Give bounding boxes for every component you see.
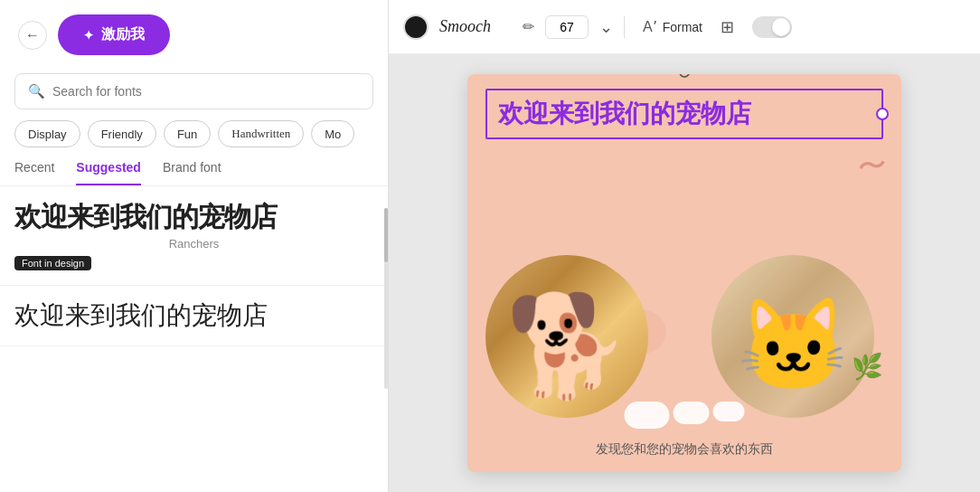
font-name-display: Smooch <box>439 17 512 36</box>
font-tabs: Recent Suggested Brand font <box>0 160 388 186</box>
filter-tag-fun[interactable]: Fun <box>164 120 211 147</box>
canvas-main-text: 欢迎来到我们的宠物店 <box>498 98 871 130</box>
format-icon: Aʼ <box>643 18 657 35</box>
grid-view-icon[interactable]: ⊞ <box>721 17 734 37</box>
font-size-chevron[interactable]: ⌄ <box>599 17 613 37</box>
font-preview-second: 欢迎来到我们的宠物店 <box>14 300 373 331</box>
cloud-2 <box>674 402 710 424</box>
filter-tag-handwritten[interactable]: Handwritten <box>218 120 304 147</box>
toggle-button[interactable] <box>752 16 792 38</box>
font-item-second[interactable]: 欢迎来到我们的宠物店 <box>0 286 388 346</box>
search-icon: 🔍 <box>28 83 45 99</box>
scrollbar-track <box>384 208 388 389</box>
cloud-3 <box>713 402 745 421</box>
scrollbar-thumb[interactable] <box>384 208 388 262</box>
design-canvas: 欢迎来到我们的宠物店 ↺ 〜 🐕 🐱 🌿 <box>467 74 901 472</box>
font-size-input[interactable] <box>545 15 589 39</box>
top-bar: ← 激励我 ☞ <box>0 0 388 70</box>
rotate-handle[interactable]: ↺ <box>677 74 693 83</box>
cloud-1 <box>625 402 670 429</box>
deco-squiggle: 〜 <box>854 145 890 189</box>
toggle-thumb <box>772 18 790 36</box>
deco-leaf: 🌿 <box>852 352 883 382</box>
canvas-area: 欢迎来到我们的宠物店 ↺ 〜 🐕 🐱 🌿 <box>389 54 980 492</box>
font-name-ranchers: Ranchers <box>14 237 373 251</box>
format-button[interactable]: Aʼ Format <box>636 14 710 39</box>
tab-suggested[interactable]: Suggested <box>76 160 141 185</box>
back-button[interactable]: ← <box>18 21 47 50</box>
pet-dog-circle: 🐕 <box>485 255 648 418</box>
font-in-design-badge: Font in design <box>14 256 91 270</box>
dog-image: 🐕 <box>505 288 629 404</box>
filter-tag-display[interactable]: Display <box>14 120 80 147</box>
filter-tags: Display Friendly Fun Handwritten Mo <box>0 120 388 160</box>
cat-image: 🐱 <box>737 292 850 399</box>
format-label: Format <box>663 20 702 34</box>
right-panel: Smooch ✏ ⌄ Aʼ Format ⊞ 欢迎来到我们的宠物店 ↺ 〜 <box>389 0 980 492</box>
selected-text-box[interactable]: 欢迎来到我们的宠物店 ↺ <box>485 89 883 139</box>
inspire-button[interactable]: 激励我 ☞ <box>58 14 170 55</box>
font-item-ranchers[interactable]: 欢迎来到我们的宠物店 Ranchers Font in design <box>0 186 388 286</box>
tab-recent[interactable]: Recent <box>14 160 54 185</box>
text-color-picker[interactable] <box>403 14 429 40</box>
canvas-bottom-text: 发现您和您的宠物会喜欢的东西 <box>467 441 901 458</box>
pet-cat-circle: 🐱 <box>711 255 874 418</box>
deco-clouds <box>625 402 745 429</box>
filter-tag-more[interactable]: Mo <box>311 120 354 147</box>
edit-icon[interactable]: ✏ <box>523 18 534 35</box>
toolbar: Smooch ✏ ⌄ Aʼ Format ⊞ <box>389 0 980 54</box>
inspire-button-label: 激励我 <box>101 25 145 44</box>
left-panel: ← 激励我 ☞ 🔍 Display Friendly Fun Handwritt… <box>0 0 389 492</box>
filter-tag-friendly[interactable]: Friendly <box>88 120 156 147</box>
resize-handle[interactable] <box>876 108 889 120</box>
font-preview-ranchers: 欢迎来到我们的宠物店 <box>14 201 373 233</box>
font-list: 欢迎来到我们的宠物店 Ranchers Font in design 欢迎来到我… <box>0 186 388 492</box>
tab-brand-font[interactable]: Brand font <box>163 160 221 185</box>
search-bar[interactable]: 🔍 <box>14 73 373 109</box>
toolbar-divider <box>624 16 625 38</box>
search-input[interactable] <box>52 84 360 99</box>
